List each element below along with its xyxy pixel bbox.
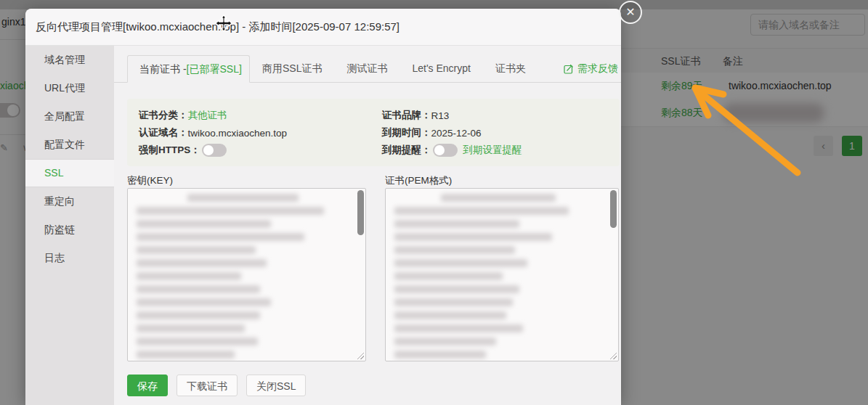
brand-value: R13 bbox=[431, 110, 450, 121]
brand-label: 证书品牌： bbox=[382, 109, 431, 122]
auth-domain-value: twikoo.mcxiaochen.top bbox=[188, 128, 288, 139]
expiry-label: 到期时间： bbox=[382, 126, 431, 139]
pem-section-label: 证书(PEM格式) bbox=[385, 174, 452, 187]
sidebar-item-redirect[interactable]: 重定向 bbox=[25, 187, 114, 216]
tab-commercial-ssl[interactable]: 商用SSL证书 bbox=[250, 55, 334, 82]
modal-title: 反向代理项目管理[twikoo.mcxiaochen.top] - 添加时间[2… bbox=[36, 20, 399, 33]
category-value: 其他证书 bbox=[188, 109, 227, 122]
sidebar-item-logs[interactable]: 日志 bbox=[25, 244, 114, 272]
tab-test-certificate[interactable]: 测试证书 bbox=[334, 55, 399, 82]
sidebar-item-url-proxy[interactable]: URL代理 bbox=[25, 74, 114, 102]
private-key-textarea[interactable] bbox=[127, 188, 366, 361]
certificate-info-panel: 证书分类： 其他证书 证书品牌： R13 认证域名： twikoo.mcxiao… bbox=[127, 99, 620, 166]
sidebar-item-global-config[interactable]: 全局配置 bbox=[25, 102, 114, 131]
footer-buttons: 保存 下载证书 关闭SSL bbox=[127, 375, 306, 396]
close-ssl-button[interactable]: 关闭SSL bbox=[246, 375, 306, 396]
resize-handle[interactable] bbox=[357, 353, 364, 359]
expiry-reminder-label: 到期提醒： bbox=[382, 144, 431, 157]
sidebar-item-domain-management[interactable]: 域名管理 bbox=[25, 46, 114, 74]
redacted-key-content bbox=[128, 189, 365, 359]
force-https-toggle[interactable] bbox=[202, 144, 227, 157]
close-icon[interactable]: ✕ bbox=[619, 1, 642, 24]
expiry-value: 2025-12-06 bbox=[431, 128, 482, 139]
toggle-knob bbox=[203, 145, 214, 155]
ssl-content-panel: 当前证书 -[已部署SSL] 商用SSL证书 测试证书 Let's Encryp… bbox=[114, 46, 621, 405]
certificate-pem-textarea[interactable] bbox=[385, 188, 619, 361]
auth-domain-label: 认证域名： bbox=[139, 126, 188, 139]
sidebar-item-ssl[interactable]: SSL bbox=[25, 159, 114, 187]
ssl-settings-modal: 反向代理项目管理[twikoo.mcxiaochen.top] - 添加时间[2… bbox=[25, 9, 621, 405]
expiry-reminder-toggle[interactable] bbox=[433, 144, 458, 157]
tab-lets-encrypt[interactable]: Let's Encrypt bbox=[399, 55, 483, 82]
tab-current-certificate[interactable]: 当前证书 -[已部署SSL] bbox=[127, 55, 250, 83]
key-section-label: 密钥(KEY) bbox=[127, 174, 173, 187]
tab-certificate-folder[interactable]: 证书夹 bbox=[483, 55, 538, 82]
reminder-settings-link[interactable]: 到期设置提醒 bbox=[463, 144, 522, 157]
force-https-label: 强制HTTPS： bbox=[139, 144, 200, 157]
deployed-ssl-badge: [已部署SSL] bbox=[187, 63, 242, 75]
modal-sidebar: 域名管理 URL代理 全局配置 配置文件 SSL 重定向 防盗链 日志 bbox=[25, 46, 114, 405]
save-button[interactable]: 保存 bbox=[127, 375, 168, 396]
download-certificate-button[interactable]: 下载证书 bbox=[177, 375, 238, 396]
sidebar-item-hotlink-protection[interactable]: 防盗链 bbox=[25, 216, 114, 244]
category-label: 证书分类： bbox=[139, 109, 188, 122]
scrollbar-thumb[interactable] bbox=[610, 190, 617, 228]
sidebar-item-config-file[interactable]: 配置文件 bbox=[25, 131, 114, 159]
scrollbar-thumb[interactable] bbox=[357, 190, 364, 235]
resize-handle[interactable] bbox=[610, 353, 617, 359]
modal-title-bar[interactable]: 反向代理项目管理[twikoo.mcxiaochen.top] - 添加时间[2… bbox=[25, 9, 621, 46]
redacted-pem-content bbox=[386, 189, 618, 359]
toggle-knob bbox=[434, 145, 445, 155]
certificate-tab-bar: 当前证书 -[已部署SSL] 商用SSL证书 测试证书 Let's Encryp… bbox=[114, 55, 621, 83]
feedback-link[interactable]: 需求反馈 bbox=[564, 55, 618, 82]
compose-icon bbox=[564, 64, 574, 74]
